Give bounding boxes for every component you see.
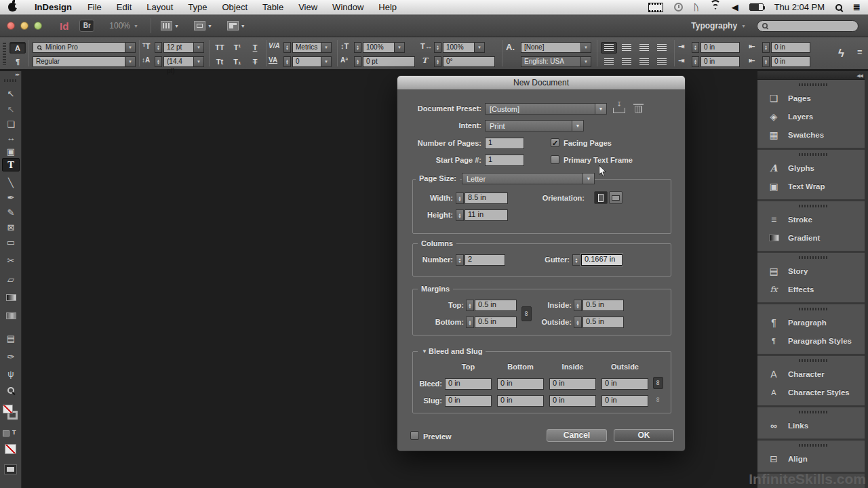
small-caps-button[interactable]: Tt [212, 56, 228, 68]
menu-help[interactable]: Help [371, 0, 404, 15]
panel-button-character-styles[interactable]: A Character Styles [757, 383, 868, 401]
paragraph-formatting-button[interactable]: ¶ [9, 56, 26, 68]
gutter-stepper[interactable]: ▲▼ [572, 254, 580, 266]
formatting-affects-text-button[interactable]: T [12, 429, 16, 436]
menu-app-name[interactable]: InDesign [26, 0, 80, 15]
margin-bottom-field[interactable]: 0.5 in [475, 317, 517, 328]
panel-button-glyphs[interactable]: A Glyphs [757, 159, 868, 177]
font-family-dropdown[interactable]: Minion Pro ▼ [33, 42, 136, 53]
search-input[interactable] [771, 22, 846, 30]
tracking-stepper[interactable]: ▲▼ [283, 56, 291, 67]
margin-bottom-stepper[interactable]: ▲▼ [466, 317, 474, 328]
dock-drag-handle[interactable] [799, 444, 827, 447]
panel-button-effects[interactable]: fx Effects [757, 280, 868, 298]
menu-bar-clock[interactable]: Thu 2:04 PM [774, 2, 825, 12]
number-of-pages-field[interactable]: 1 [485, 138, 524, 149]
font-style-dropdown[interactable]: Regular ▼ [33, 56, 136, 67]
type-tool[interactable]: T [2, 158, 20, 171]
panel-button-paragraph-styles[interactable]: ¶ Paragraph Styles [757, 331, 868, 350]
leading-dropdown[interactable]: (14.4 pt) ▼ [163, 56, 204, 67]
rectangle-tool[interactable]: ▭ [0, 236, 22, 249]
window-zoom-button[interactable] [34, 22, 42, 30]
slug-top-field[interactable]: 0 in [445, 395, 492, 407]
baseline-shift-stepper[interactable]: ▲▼ [354, 56, 361, 67]
tools-drag-handle[interactable] [4, 79, 18, 82]
panel-button-pages[interactable]: ❏ Pages [757, 89, 868, 107]
superscript-button[interactable]: T¹ [229, 42, 245, 54]
dock-drag-handle[interactable] [799, 256, 827, 259]
menu-file[interactable]: File [80, 0, 109, 15]
frame-tool[interactable]: ⊠ [0, 221, 22, 235]
character-style-dropdown[interactable]: [None] ▼ [521, 42, 591, 53]
dock-drag-handle[interactable] [799, 153, 827, 156]
menu-type[interactable]: Type [180, 0, 214, 15]
margin-inside-field[interactable]: 0.5 in [583, 300, 624, 311]
dock-drag-handle[interactable] [799, 308, 827, 310]
apply-none-button[interactable] [5, 444, 16, 454]
landscape-orientation-button[interactable] [609, 191, 623, 204]
tracking-dropdown[interactable]: 0 ▼ [292, 56, 332, 67]
direct-selection-tool[interactable]: ↖ [0, 103, 22, 117]
intent-dropdown[interactable]: Print ▼ [485, 120, 584, 131]
bleed-link-icon[interactable]: ∞ [653, 377, 663, 389]
selection-tool[interactable]: ↖ [0, 87, 22, 101]
left-indent-value[interactable]: 0 in [701, 42, 740, 53]
bluetooth-icon[interactable]: ᚢ [694, 2, 699, 12]
save-preset-icon[interactable]: ↧ [613, 104, 625, 113]
bleed-inside-field[interactable]: 0 in [549, 378, 596, 390]
dock-drag-handle[interactable] [799, 83, 827, 86]
window-minimize-button[interactable] [20, 22, 28, 30]
dialog-title-bar[interactable]: New Document [397, 76, 685, 90]
menu-layout[interactable]: Layout [139, 0, 180, 15]
width-field[interactable]: 8.5 in [465, 192, 508, 204]
menu-table[interactable]: Table [255, 0, 291, 15]
panel-button-character[interactable]: A Character [757, 365, 868, 383]
search-field[interactable] [757, 20, 859, 32]
justify-full-button[interactable] [654, 56, 670, 68]
panel-button-links[interactable]: ∞ Links [757, 416, 868, 434]
kerning-stepper[interactable]: ▲▼ [283, 42, 291, 53]
gutter-field[interactable]: 0.1667 in [581, 254, 623, 266]
bleed-top-field[interactable]: 0 in [445, 378, 492, 390]
primary-text-frame-checkbox[interactable] [551, 155, 559, 164]
bridge-button[interactable]: Br [79, 20, 94, 32]
zoom-tool[interactable] [0, 384, 22, 398]
arrange-documents-button[interactable]: ▼ [227, 21, 245, 30]
kerning-dropdown[interactable]: Metrics ▼ [292, 42, 332, 53]
skew-stepper[interactable]: ▲▼ [434, 56, 441, 67]
bleed-outside-field[interactable]: 0 in [601, 378, 648, 390]
expand-tools-icon[interactable]: ▸▸ [16, 72, 19, 77]
slug-bottom-field[interactable]: 0 in [497, 395, 544, 407]
menu-window[interactable]: Window [325, 0, 371, 15]
page-size-dropdown[interactable]: Letter ▼ [462, 173, 595, 184]
height-stepper[interactable]: ▲▼ [456, 209, 464, 221]
gradient-feather-tool[interactable] [0, 310, 22, 323]
margin-outside-field[interactable]: 0.5 in [583, 317, 624, 328]
all-caps-button[interactable]: TT [212, 42, 228, 54]
menu-view[interactable]: View [291, 0, 325, 15]
menu-object[interactable]: Object [215, 0, 256, 15]
columns-number-stepper[interactable]: ▲▼ [456, 254, 464, 266]
bleed-bottom-field[interactable]: 0 in [497, 378, 544, 390]
quick-apply-icon[interactable]: ϟ [838, 47, 844, 60]
facing-pages-checkbox[interactable]: ✓ [551, 138, 559, 147]
screen-mode-tool-button[interactable] [4, 464, 17, 474]
dock-header[interactable]: ◀◀ [757, 71, 868, 80]
disclosure-triangle-icon[interactable]: ▼ [422, 348, 427, 354]
character-formatting-button[interactable]: A [9, 42, 26, 54]
dock-drag-handle[interactable] [799, 411, 827, 413]
panel-button-align[interactable]: ⊟ Align [757, 449, 868, 468]
panel-menu-icon[interactable]: ≡ [857, 47, 863, 57]
ok-button[interactable]: OK [614, 429, 674, 442]
width-stepper[interactable]: ▲▼ [456, 192, 464, 204]
zoom-level-dropdown[interactable]: 100% ▼ [109, 21, 138, 30]
panel-button-story[interactable]: ▤ Story [757, 262, 868, 280]
dock-drag-handle[interactable] [799, 205, 827, 207]
slug-outside-field[interactable]: 0 in [601, 395, 648, 407]
scissors-tool[interactable]: ✂ [0, 254, 22, 268]
subscript-button[interactable]: T₁ [229, 56, 245, 68]
window-close-button[interactable] [7, 22, 15, 30]
slug-inside-field[interactable]: 0 in [549, 395, 596, 407]
time-machine-icon[interactable] [674, 3, 683, 12]
right-indent-value[interactable]: 0 in [771, 42, 810, 53]
